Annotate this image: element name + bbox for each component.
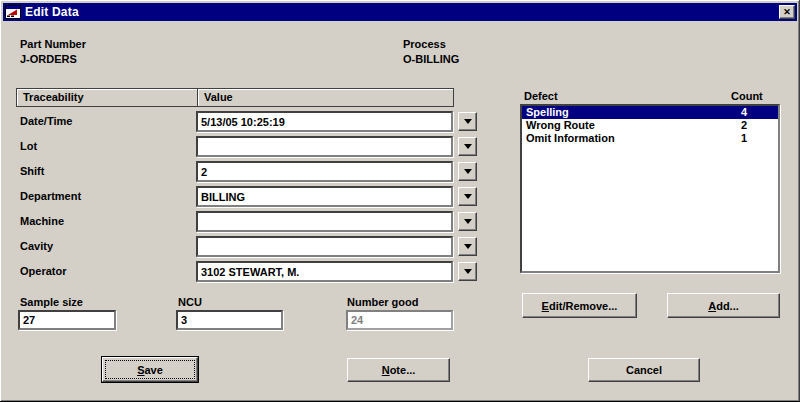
edit-remove-button[interactable]: Edit/Remove... xyxy=(522,293,637,318)
defect-list-item[interactable]: Wrong Route 2 xyxy=(522,119,778,132)
note-button-label: Note... xyxy=(382,364,416,376)
column-divider xyxy=(197,89,198,106)
lot-dropdown-button[interactable] xyxy=(458,137,477,156)
chevron-down-icon xyxy=(464,244,472,249)
ncu-label: NCU xyxy=(178,295,202,309)
number-good-label: Number good xyxy=(347,295,419,309)
save-button-default-border: Save xyxy=(101,356,199,383)
edit-remove-button-label: Edit/Remove... xyxy=(542,300,618,312)
shift-input[interactable] xyxy=(196,161,453,182)
defect-name: Omit Information xyxy=(526,132,615,144)
app-icon xyxy=(5,5,21,19)
part-number-label: Part Number xyxy=(20,37,86,51)
machine-label: Machine xyxy=(20,214,64,228)
defect-listbox[interactable]: Spelling 4 Wrong Route 2 Omit Informatio… xyxy=(520,104,780,273)
cancel-button[interactable]: Cancel xyxy=(588,358,700,382)
defect-column-header: Defect xyxy=(524,89,558,103)
cavity-dropdown-button[interactable] xyxy=(458,237,477,256)
chevron-down-icon xyxy=(464,194,472,199)
machine-dropdown-button[interactable] xyxy=(458,212,477,231)
number-good-input xyxy=(346,310,453,330)
shift-dropdown-button[interactable] xyxy=(458,162,477,181)
date-time-input[interactable] xyxy=(196,111,453,132)
shift-label: Shift xyxy=(20,164,44,178)
lot-label: Lot xyxy=(20,139,37,153)
cancel-button-label: Cancel xyxy=(626,364,662,376)
add-button[interactable]: Add... xyxy=(667,293,780,318)
traceability-column-header: Traceability xyxy=(23,91,84,103)
chevron-down-icon xyxy=(464,119,472,124)
process-value: O-BILLING xyxy=(403,52,459,66)
chevron-down-icon xyxy=(464,269,472,274)
date-time-dropdown-button[interactable] xyxy=(458,112,477,131)
trace-table-header: Traceability Value xyxy=(16,88,454,107)
operator-input[interactable] xyxy=(196,261,453,282)
close-button[interactable]: ✕ xyxy=(779,5,795,19)
process-label: Process xyxy=(403,37,446,51)
chevron-down-icon xyxy=(464,169,472,174)
sample-size-label: Sample size xyxy=(20,295,83,309)
count-column-header: Count xyxy=(731,89,763,103)
save-button[interactable]: Save xyxy=(102,357,198,382)
value-column-header: Value xyxy=(204,91,233,103)
save-button-label: Save xyxy=(137,364,163,376)
defect-name: Spelling xyxy=(526,106,569,118)
defect-list-item[interactable]: Omit Information 1 xyxy=(522,132,778,145)
operator-dropdown-button[interactable] xyxy=(458,262,477,281)
chevron-down-icon xyxy=(464,219,472,224)
cavity-label: Cavity xyxy=(20,239,53,253)
edit-data-dialog: Edit Data ✕ Part Number J-ORDERS Process… xyxy=(0,0,800,402)
defect-list-item[interactable]: Spelling 4 xyxy=(522,106,778,119)
window-title: Edit Data xyxy=(25,3,79,21)
department-dropdown-button[interactable] xyxy=(458,187,477,206)
titlebar: Edit Data ✕ xyxy=(3,3,797,21)
department-label: Department xyxy=(20,189,81,203)
part-number-value: J-ORDERS xyxy=(20,52,77,66)
close-icon: ✕ xyxy=(783,7,791,17)
ncu-input[interactable] xyxy=(176,310,283,330)
lot-input[interactable] xyxy=(196,136,453,157)
note-button[interactable]: Note... xyxy=(347,358,450,382)
department-input[interactable] xyxy=(196,186,453,207)
chevron-down-icon xyxy=(464,144,472,149)
defect-count: 2 xyxy=(732,119,756,132)
defect-count: 1 xyxy=(732,132,756,145)
operator-label: Operator xyxy=(20,264,66,278)
defect-name: Wrong Route xyxy=(526,119,595,131)
date-time-label: Date/Time xyxy=(20,114,72,128)
defect-count: 4 xyxy=(732,106,756,119)
machine-input[interactable] xyxy=(196,211,453,232)
cavity-input[interactable] xyxy=(196,236,453,257)
sample-size-input[interactable] xyxy=(18,310,116,330)
add-button-label: Add... xyxy=(708,300,739,312)
